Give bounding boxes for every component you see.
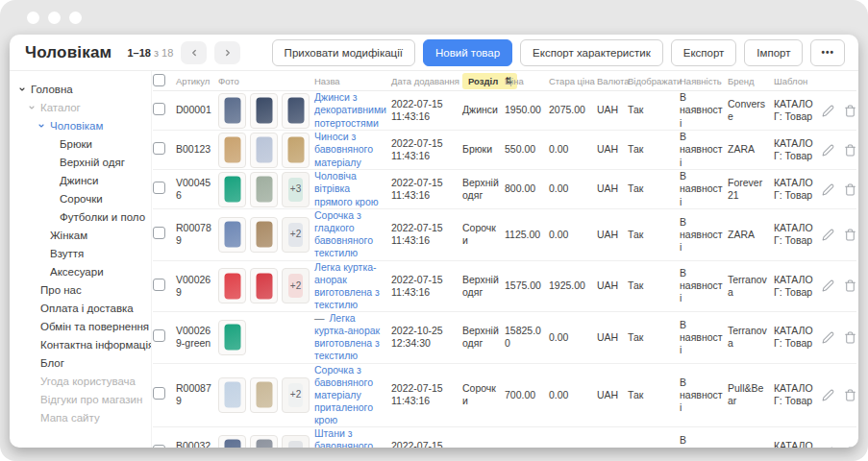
edit-button[interactable] (822, 229, 834, 241)
column-header-currency[interactable]: Валюта (597, 76, 628, 86)
sidebar-item[interactable]: Каталог (10, 98, 151, 116)
sidebar-item[interactable]: Верхній одяг (10, 153, 151, 171)
product-photo[interactable] (250, 133, 278, 168)
column-header-date[interactable]: Дата додавання (391, 76, 462, 86)
window-maximize-icon[interactable] (69, 12, 82, 24)
more-photos-badge[interactable]: +2 (282, 268, 310, 303)
more-photos-badge[interactable]: +2 (282, 217, 310, 253)
garment-image (224, 440, 240, 448)
row-checkbox[interactable] (153, 142, 165, 155)
next-page-button[interactable] (214, 41, 240, 64)
product-photo[interactable] (218, 133, 246, 168)
delete-button[interactable] (844, 447, 856, 448)
garment-image (224, 273, 240, 299)
delete-button[interactable] (844, 229, 856, 241)
sidebar-item[interactable]: Головна (10, 80, 151, 98)
column-header-section[interactable]: Розділ⇅ (462, 73, 505, 89)
column-header-photo[interactable]: Фото (218, 76, 314, 86)
window-minimize-icon[interactable] (48, 12, 61, 24)
sidebar-item[interactable]: Футболки и поло (10, 207, 151, 226)
delete-button[interactable] (844, 331, 856, 344)
sidebar-item[interactable]: Оплата і доставка (10, 299, 151, 317)
product-photo[interactable] (218, 217, 246, 253)
more-photos-badge[interactable]: +2 (282, 377, 310, 413)
export-button[interactable]: Експорт (671, 39, 737, 66)
product-photo[interactable] (250, 435, 278, 448)
product-name-link[interactable]: Чиноси з бавовняного матеріалу (314, 131, 373, 167)
column-header-display[interactable]: Відображати (628, 76, 680, 86)
sidebar-item[interactable]: Чоловікам (10, 116, 151, 134)
more-actions-button[interactable]: ••• (810, 39, 845, 66)
prev-page-button[interactable] (181, 41, 207, 64)
product-photo[interactable] (250, 217, 278, 253)
sidebar-item[interactable]: Про нас (10, 280, 151, 299)
edit-button[interactable] (822, 447, 834, 448)
price-cell: 1125.00 (505, 229, 549, 241)
delete-button[interactable] (844, 105, 856, 117)
edit-button[interactable] (822, 279, 834, 292)
delete-button[interactable] (844, 279, 856, 292)
product-name-link[interactable]: Чоловіча вітрівка прямого крою (314, 170, 379, 206)
sidebar-item[interactable]: Джинси (10, 171, 151, 189)
sidebar-item[interactable]: Блог (10, 353, 151, 372)
sidebar-item[interactable]: Аксесуари (10, 262, 151, 280)
product-photo[interactable] (218, 172, 246, 207)
hide-modifications-button[interactable]: Приховати модифікації (272, 39, 415, 66)
delete-button[interactable] (844, 183, 856, 196)
product-name-link[interactable]: Джинси з декоративними потертостями (314, 91, 386, 128)
sidebar-item[interactable]: Відгуки про магазин (10, 390, 151, 408)
product-name-link[interactable]: Сорочка з гладкого бавовняного текстилю (314, 209, 373, 258)
product-photo[interactable] (218, 320, 246, 355)
product-name-link[interactable]: Легка куртка-анорак виготовлена з тексти… (314, 261, 380, 310)
more-photos-badge[interactable]: +2 (282, 435, 310, 448)
edit-button[interactable] (822, 331, 834, 344)
product-photo[interactable] (250, 172, 278, 207)
product-photo[interactable] (218, 268, 246, 303)
column-header-article[interactable]: Артикул (176, 76, 218, 86)
sidebar-item[interactable]: Обмін та повернення (10, 317, 151, 335)
sidebar-item[interactable]: Брюки (10, 134, 151, 153)
edit-button[interactable] (822, 389, 834, 401)
sidebar-item[interactable]: Жінкам (10, 226, 151, 244)
row-checkbox[interactable] (153, 279, 165, 291)
delete-button[interactable] (844, 144, 856, 157)
product-photo[interactable] (218, 93, 246, 129)
sidebar-item[interactable]: Мапа сайту (10, 408, 151, 426)
edit-button[interactable] (822, 144, 834, 157)
import-button[interactable]: Імпорт (744, 39, 803, 66)
column-header-old_price[interactable]: Стара ціна (549, 76, 597, 86)
export-characteristics-button[interactable]: Експорт характеристик (520, 39, 663, 66)
row-checkbox[interactable] (153, 445, 165, 448)
sidebar-item[interactable]: Взуття (10, 244, 151, 262)
edit-button[interactable] (822, 183, 834, 196)
delete-button[interactable] (844, 389, 856, 401)
edit-button[interactable] (822, 105, 834, 117)
product-photo[interactable] (282, 93, 310, 129)
row-checkbox[interactable] (153, 103, 165, 115)
time-value: 11:43:16 (391, 395, 458, 407)
row-checkbox[interactable] (153, 329, 165, 342)
row-checkbox[interactable] (153, 227, 165, 239)
column-header-brand[interactable]: Бренд (728, 76, 774, 86)
column-header-name[interactable]: Назва (314, 76, 391, 86)
product-photo[interactable] (218, 377, 246, 413)
sidebar-item[interactable]: Угода користувача (10, 372, 151, 390)
column-header-availability[interactable]: Наявність (680, 76, 728, 86)
new-product-button[interactable]: Новий товар (423, 39, 512, 66)
column-header-price[interactable]: Ціна (505, 76, 549, 86)
product-name-link[interactable]: Штани з бавовняного матеріалу прямого кр… (314, 427, 379, 448)
row-checkbox[interactable] (153, 182, 165, 194)
product-photo[interactable] (250, 93, 278, 129)
row-checkbox[interactable] (153, 387, 165, 400)
product-name-link[interactable]: Сорочка з бавовняного матеріалу притален… (314, 364, 373, 426)
more-photos-badge[interactable]: +3 (282, 172, 310, 207)
select-all-checkbox[interactable] (153, 74, 165, 86)
window-close-icon[interactable] (27, 12, 39, 24)
product-photo[interactable] (250, 377, 278, 413)
sidebar-item[interactable]: Сорочки (10, 189, 151, 207)
product-photo[interactable] (282, 133, 310, 168)
product-photo[interactable] (250, 268, 278, 303)
sidebar-item[interactable]: Контактна інформація (10, 335, 151, 353)
product-photo[interactable] (218, 435, 246, 448)
column-header-template[interactable]: Шаблон (774, 76, 822, 86)
